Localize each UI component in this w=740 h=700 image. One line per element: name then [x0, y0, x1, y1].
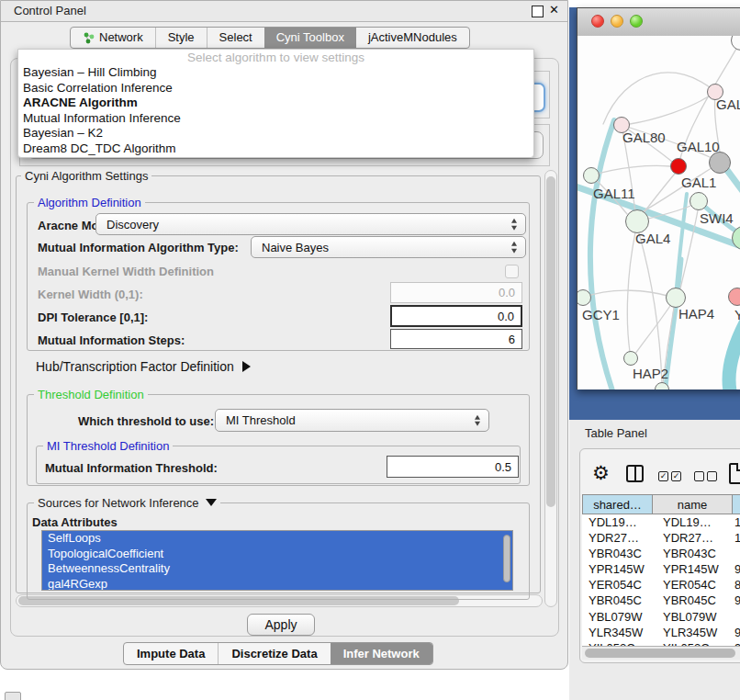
table-cell: YBL079W [653, 609, 733, 625]
close-traffic-light-icon[interactable] [591, 15, 604, 28]
checked-checkbox-icon[interactable]: ✓ [658, 471, 668, 481]
mi-type-combo[interactable]: Naive Bayes [251, 236, 526, 258]
table-cell [733, 609, 740, 625]
data-attributes-list[interactable]: SelfLoopsTopologicalCoefficientBetweenne… [41, 530, 513, 591]
table-row[interactable]: YER054CYER054C8. [582, 577, 740, 593]
mi-steps-field[interactable]: 6 [390, 329, 522, 349]
tab-label: jActiveMNodules [368, 28, 457, 48]
algorithm-option-bayesian-hill-climbing[interactable]: Bayesian – Hill Climbing [18, 65, 533, 81]
network-node-hap2[interactable] [623, 351, 638, 366]
algorithm-option-dream8-dc-tdc-algorithm[interactable]: Dream8 DC_TDC Algorithm [18, 141, 533, 157]
checked-checkbox-icon[interactable]: ✓ [671, 471, 681, 481]
table-cell: 12 [733, 530, 740, 546]
table-row[interactable]: YDL19…YDL19…13 [582, 514, 740, 530]
attribute-list-item-gal4rgexp[interactable]: gal4RGexp [42, 577, 512, 592]
column-layout-icon[interactable] [626, 465, 644, 482]
network-node[interactable] [670, 158, 687, 175]
table-row[interactable]: YBR045CYBR045C9. [582, 593, 740, 608]
float-panel-icon[interactable] [532, 6, 544, 17]
network-node-y[interactable] [728, 288, 740, 306]
network-node-hap4[interactable] [666, 288, 686, 308]
attribute-list-item-topologicalcoefficient[interactable]: TopologicalCoefficient [42, 547, 512, 562]
algorithm-definition-title: Algorithm Definition [34, 196, 145, 209]
settings-vertical-scrollbar-thumb[interactable] [546, 176, 555, 507]
aracne-mode-value: Discovery [107, 218, 159, 231]
bottom-tab-discretize-data[interactable]: Discretize Data [218, 643, 330, 664]
minimize-traffic-light-icon[interactable] [611, 15, 623, 28]
table-horizontal-scrollbar[interactable] [582, 646, 740, 660]
collapse-down-arrow-icon [206, 499, 217, 506]
tab-style[interactable]: Style [155, 28, 207, 48]
stepper-arrows-icon [511, 219, 517, 231]
mi-threshold-field[interactable]: 0.5 [387, 456, 519, 478]
dpi-tolerance-value: 0.0 [498, 310, 514, 323]
table-horizontal-scrollbar-thumb[interactable] [585, 649, 735, 658]
settings-vertical-scrollbar[interactable] [544, 170, 557, 607]
network-node-gal11[interactable] [583, 167, 600, 184]
network-edge [729, 311, 740, 390]
collapse-right-arrow-icon [242, 361, 251, 372]
dpi-tolerance-field[interactable]: 0.0 [390, 305, 522, 327]
tab-label: Network [99, 28, 143, 48]
tab-jactivemnodules[interactable]: jActiveMNodules [356, 28, 469, 48]
table-header-row: shared…nameA [582, 494, 740, 514]
table-cell: YLR345W [653, 625, 733, 640]
table-row[interactable]: YBR043CYBR043C [582, 546, 740, 561]
algorithm-option-basic-correlation-inference[interactable]: Basic Correlation Inference [18, 81, 533, 96]
hub-definition-toggle[interactable]: Hub/Transcription Factor Definition [36, 359, 251, 374]
network-edge [583, 290, 667, 298]
mi-threshold-label: Mutual Information Threshold: [45, 461, 218, 475]
table-cell: YPR145W [653, 561, 733, 577]
column-header-name[interactable]: name [653, 494, 733, 514]
attribute-list-scrollbar-thumb[interactable] [503, 535, 510, 582]
file-icon[interactable] [729, 463, 740, 484]
kernel-width-label: Kernel Width (0,1): [38, 288, 143, 301]
column-header-a[interactable]: A [733, 494, 740, 514]
bottom-tab-impute-data[interactable]: Impute Data [124, 643, 218, 664]
zoom-traffic-light-icon[interactable] [630, 15, 643, 28]
kernel-width-value: 0.0 [499, 286, 515, 299]
table-row[interactable]: YLR345WYLR345W9. [582, 625, 740, 640]
algorithm-option-mutual-information-inference[interactable]: Mutual Information Inference [18, 111, 533, 127]
aracne-mode-combo[interactable]: Discovery [95, 213, 526, 235]
table-cell: YDL19… [653, 514, 733, 530]
table-cell: YER054C [582, 577, 653, 593]
network-edge [590, 120, 616, 390]
control-panel-titlebar: Control Panel ✕ [1, 1, 567, 22]
close-panel-icon[interactable]: ✕ [549, 3, 559, 17]
unchecked-checkbox-icon[interactable] [694, 471, 704, 481]
data-attributes-label: Data Attributes [32, 515, 118, 529]
tab-cyni-toolbox[interactable]: Cyni Toolbox [264, 28, 356, 48]
table-cell: YBR043C [653, 546, 733, 561]
tab-network[interactable]: Network [71, 28, 155, 48]
kernel-width-field[interactable]: 0.0 [390, 282, 522, 303]
table-cell: 9. [733, 625, 740, 640]
table-cell: YDR27… [582, 530, 653, 546]
network-canvas[interactable]: GALGAL80GAL10GAL11GAL1SWI4GAL4GCY1HAP4YH… [577, 36, 740, 390]
table-row[interactable]: YBL079WYBL079W [582, 609, 740, 625]
gear-icon[interactable]: ⚙ [592, 462, 610, 484]
which-threshold-combo[interactable]: MI Threshold [215, 409, 489, 432]
network-node-gal10[interactable] [709, 152, 731, 174]
table-cell: YLR345W [582, 625, 653, 640]
table-row[interactable]: YDR27…YDR27…12 [582, 530, 740, 546]
attribute-list-item-selfloops[interactable]: SelfLoops [42, 531, 512, 547]
tab-select[interactable]: Select [207, 28, 264, 48]
table-cell: 9. [733, 561, 740, 577]
table-panel-title: Table Panel [585, 426, 647, 440]
algorithm-option-aracne-algorithm[interactable]: ARACNE Algorithm [18, 96, 533, 111]
network-node-gal1[interactable] [690, 192, 708, 210]
column-header-shared[interactable]: shared… [582, 494, 653, 514]
table-row[interactable]: YPR145WYPR145W9. [582, 561, 740, 577]
attribute-list-item-betweennesscentrality[interactable]: BetweennessCentrality [42, 561, 512, 577]
manual-kernel-checkbox[interactable] [505, 265, 519, 278]
node-label-swi4: SWI4 [700, 210, 734, 226]
table-cell: 8. [733, 577, 740, 593]
sources-group-title[interactable]: Sources for Network Inference [34, 496, 220, 510]
apply-button[interactable]: Apply [247, 614, 315, 636]
bottom-tab-infer-network[interactable]: Infer Network [331, 643, 432, 664]
mini-panel-icon[interactable] [5, 692, 21, 700]
unchecked-checkbox-icon[interactable] [707, 471, 717, 481]
manual-kernel-label: Manual Kernel Width Definition [38, 265, 214, 278]
algorithm-option-bayesian-k2[interactable]: Bayesian – K2 [18, 126, 533, 141]
